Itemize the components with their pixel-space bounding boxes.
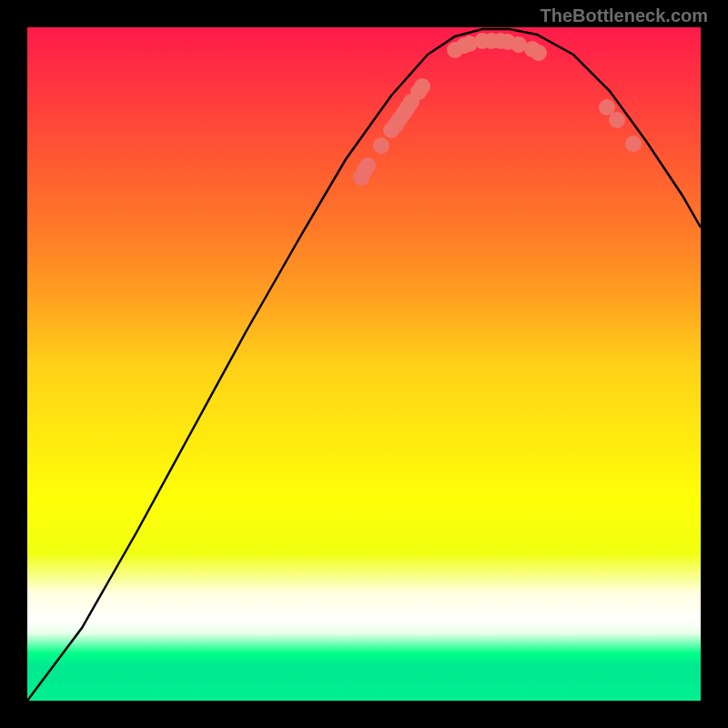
data-dots-valley bbox=[447, 33, 547, 61]
bottleneck-curve bbox=[27, 29, 701, 701]
watermark-text: TheBottleneck.com bbox=[541, 5, 708, 26]
data-dot bbox=[414, 78, 430, 95]
data-dot bbox=[359, 157, 376, 174]
plot-area bbox=[27, 27, 701, 701]
data-dot bbox=[531, 45, 547, 61]
data-dot bbox=[609, 112, 625, 128]
data-dot bbox=[625, 136, 642, 152]
data-dot bbox=[599, 99, 615, 116]
chart-svg bbox=[27, 27, 701, 701]
data-dot bbox=[373, 137, 389, 154]
